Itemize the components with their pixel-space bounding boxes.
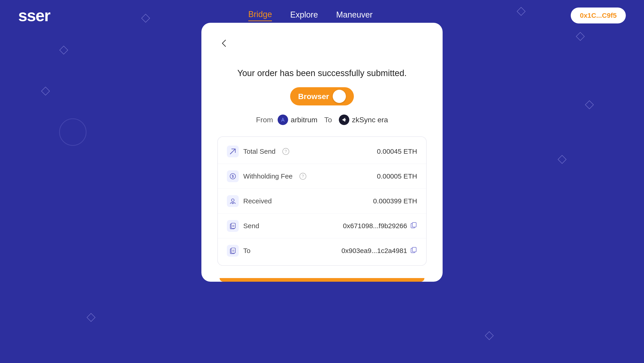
bottom-strip	[220, 278, 424, 282]
back-button[interactable]	[217, 37, 231, 50]
logo: sser	[18, 6, 50, 25]
details-box: Total Send ? 0.00045 ETH $ Withholding F…	[217, 136, 427, 266]
to-address-value: 0x903ea9...1c2a4981	[341, 247, 417, 255]
received-left: Received	[227, 195, 272, 207]
to-address-left: To	[227, 245, 250, 257]
from-label: From	[256, 116, 273, 124]
to-address-row: To 0x903ea9...1c2a4981	[218, 238, 426, 263]
order-card: Your order has been successfully submitt…	[202, 23, 442, 282]
browser-toggle-label: Browser	[298, 92, 329, 101]
total-send-help[interactable]: ?	[282, 148, 289, 155]
received-row: Received 0.000399 ETH	[218, 189, 426, 214]
send-address-icon-bg	[227, 220, 239, 232]
nav-bridge[interactable]: Bridge	[248, 10, 272, 21]
send-address-label: Send	[243, 222, 259, 230]
from-chain-info: arbitrum	[278, 115, 318, 125]
nav-explore[interactable]: Explore	[290, 10, 318, 21]
main-nav: Bridge Explore Maneuver	[248, 10, 372, 21]
to-chain-name: zkSync era	[352, 116, 388, 124]
from-chain-name: arbitrum	[291, 116, 318, 124]
total-send-label: Total Send	[243, 148, 276, 155]
browser-toggle[interactable]: Browser	[290, 87, 354, 105]
send-address-value: 0x671098...f9b29266	[343, 222, 417, 230]
to-chain-info: zkSync era	[339, 115, 388, 125]
send-address-left: Send	[227, 220, 259, 232]
svg-rect-6	[231, 223, 235, 228]
zksync-icon	[339, 115, 349, 125]
wallet-button[interactable]: 0x1C...C9f5	[571, 8, 626, 24]
svg-rect-10	[412, 222, 416, 227]
total-send-value: 0.00045 ETH	[377, 148, 417, 155]
svg-rect-16	[412, 247, 416, 252]
to-address-label: To	[243, 247, 250, 255]
to-copy-icon[interactable]	[410, 247, 417, 255]
svg-rect-12	[231, 248, 235, 253]
total-send-row: Total Send ? 0.00045 ETH	[218, 139, 426, 164]
withholding-fee-row: $ Withholding Fee ? 0.00005 ETH	[218, 164, 426, 189]
to-address-icon-bg	[227, 245, 239, 257]
nav-maneuver[interactable]: Maneuver	[336, 10, 372, 21]
withholding-fee-help[interactable]: ?	[300, 173, 306, 180]
withholding-fee-label: Withholding Fee	[243, 172, 293, 180]
arbitrum-icon	[278, 115, 288, 125]
send-icon-bg	[227, 146, 239, 157]
to-label: To	[324, 116, 332, 124]
fee-icon-bg: $	[227, 170, 239, 182]
svg-text:$: $	[232, 174, 234, 178]
received-icon-bg	[227, 195, 239, 207]
from-to-row: From arbitrum To zkSync e	[217, 115, 427, 125]
received-label: Received	[243, 197, 272, 205]
total-send-left: Total Send ?	[227, 146, 289, 157]
toggle-knob	[333, 90, 346, 103]
withholding-fee-value: 0.00005 ETH	[377, 172, 417, 180]
send-copy-icon[interactable]	[410, 222, 417, 230]
withholding-fee-left: $ Withholding Fee ?	[227, 170, 306, 182]
received-value: 0.000399 ETH	[373, 197, 417, 205]
svg-point-4	[232, 199, 234, 202]
main-card-container: Your order has been successfully submitt…	[202, 23, 442, 282]
send-address-row: Send 0x671098...f9b29266	[218, 214, 426, 238]
success-message: Your order has been successfully submitt…	[217, 68, 427, 78]
